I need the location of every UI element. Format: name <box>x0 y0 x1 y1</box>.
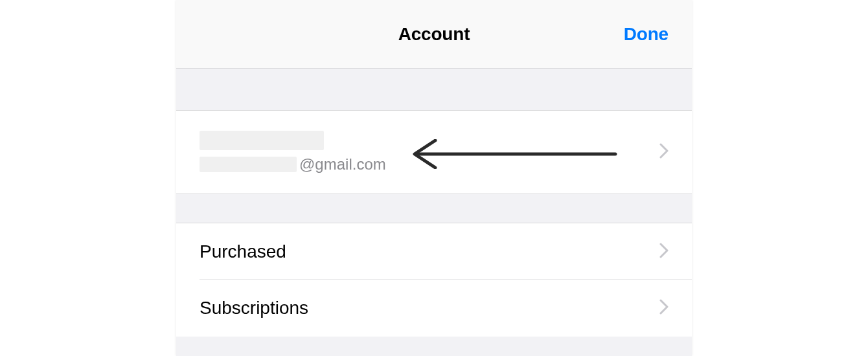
subscriptions-label: Subscriptions <box>200 298 308 318</box>
header-bar: Account Done <box>176 0 692 69</box>
account-panel: Account Done @gmail.com Purchased Subscr… <box>176 0 692 356</box>
purchased-label: Purchased <box>200 241 286 262</box>
subscriptions-row[interactable]: Subscriptions <box>176 280 692 337</box>
section-gap <box>176 194 692 223</box>
account-email: @gmail.com <box>200 155 386 173</box>
page-title: Account <box>398 24 470 45</box>
section-gap <box>176 337 692 356</box>
chevron-right-icon <box>659 299 668 317</box>
done-button[interactable]: Done <box>624 24 668 45</box>
account-email-redacted <box>200 157 297 172</box>
account-email-suffix: @gmail.com <box>299 155 386 173</box>
account-row[interactable]: @gmail.com <box>176 110 692 194</box>
section-gap <box>176 69 692 110</box>
chevron-right-icon <box>659 143 668 161</box>
account-info: @gmail.com <box>200 128 386 176</box>
chevron-right-icon <box>659 243 668 261</box>
account-name-redacted <box>200 131 324 150</box>
purchased-row[interactable]: Purchased <box>176 223 692 280</box>
